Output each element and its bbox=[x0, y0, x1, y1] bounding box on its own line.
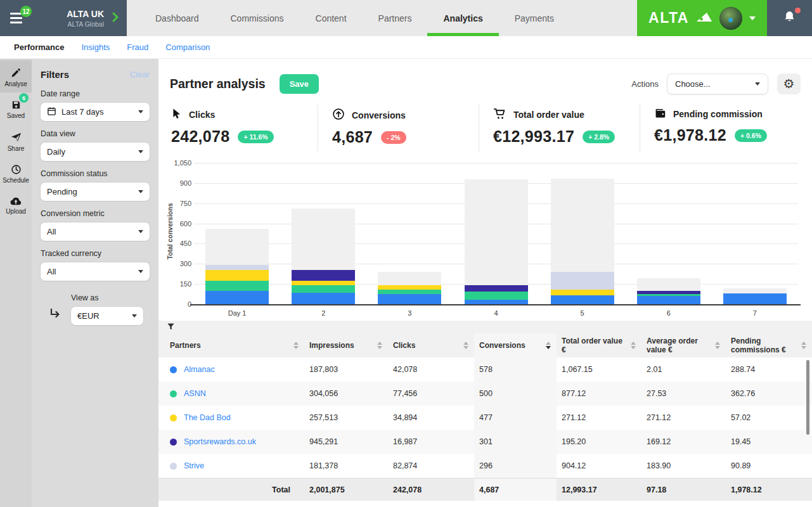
rail-item-saved[interactable]: Saved6 bbox=[0, 93, 32, 124]
total-cell-conversions: 4,687 bbox=[474, 478, 557, 501]
kpi-label: Conversions bbox=[332, 108, 479, 122]
org-switcher[interactable]: 12 ALTA UK ALTA Global bbox=[0, 0, 127, 36]
partner-link[interactable]: Strive bbox=[184, 461, 204, 470]
cell-impressions: 945,291 bbox=[304, 437, 388, 446]
bar-segment-almanac bbox=[205, 291, 269, 304]
bar-total-remainder bbox=[723, 288, 787, 293]
nav-item-commissions[interactable]: Commissions bbox=[215, 0, 300, 36]
funnel-icon[interactable] bbox=[167, 321, 174, 333]
sort-control[interactable] bbox=[293, 342, 299, 349]
avatar[interactable] bbox=[719, 7, 742, 30]
sort-control[interactable] bbox=[463, 342, 468, 349]
sort-desc-icon bbox=[715, 346, 720, 349]
tab-insights[interactable]: Insights bbox=[81, 42, 110, 52]
nav-item-partners[interactable]: Partners bbox=[363, 0, 428, 36]
actions-select[interactable]: Choose... bbox=[667, 74, 768, 94]
date-range-select[interactable]: Last 7 days bbox=[41, 103, 150, 121]
sort-desc-icon bbox=[801, 346, 806, 349]
column-header-label: Total order value € bbox=[562, 337, 626, 355]
tracked-currency-value: All bbox=[47, 267, 56, 276]
sort-desc-icon bbox=[631, 346, 636, 349]
caret-down-icon[interactable] bbox=[749, 16, 756, 20]
main-nav: DashboardCommissionsContentPartnersAnaly… bbox=[127, 0, 637, 36]
view-as-label: View as bbox=[71, 293, 150, 302]
bar-segment-the-dad-bod bbox=[378, 285, 441, 289]
tracked-currency-select[interactable]: All bbox=[41, 262, 150, 281]
column-header-impressions[interactable]: Impressions bbox=[304, 333, 388, 357]
sort-asc-icon bbox=[463, 342, 468, 345]
tab-comparison[interactable]: Comparison bbox=[165, 42, 210, 52]
sort-control[interactable] bbox=[546, 342, 551, 349]
chevron-right-icon[interactable] bbox=[112, 12, 119, 25]
bar-segment-strive bbox=[551, 272, 614, 289]
column-header-clicks[interactable]: Clicks bbox=[388, 333, 474, 357]
sort-control[interactable] bbox=[715, 342, 720, 349]
table-header-row: PartnersImpressionsClicksConversionsTota… bbox=[158, 333, 812, 357]
partner-link[interactable]: ASNN bbox=[184, 389, 206, 398]
data-view-select[interactable]: Daily bbox=[41, 143, 150, 161]
column-header-label: Partners bbox=[170, 341, 201, 350]
cell-total_order_value: 271.12 bbox=[557, 413, 641, 422]
column-header-total_order_value[interactable]: Total order value € bbox=[557, 333, 641, 357]
kpi-label-text: Pending commission bbox=[673, 109, 763, 119]
cloud-upload-icon bbox=[10, 196, 22, 206]
nav-item-analytics[interactable]: Analytics bbox=[427, 0, 498, 36]
rail-item-analyse[interactable]: Analyse bbox=[0, 60, 32, 93]
sort-control[interactable] bbox=[801, 342, 806, 349]
partner-link[interactable]: Sportsrewards.co.uk bbox=[184, 437, 256, 446]
tab-fraud[interactable]: Fraud bbox=[127, 42, 148, 52]
cell-impressions: 257,513 bbox=[304, 413, 388, 422]
bar-total-remainder bbox=[465, 179, 528, 285]
settings-button[interactable]: ⚙ bbox=[777, 74, 801, 94]
notifications-bell-icon[interactable] bbox=[782, 10, 797, 27]
partner-color-dot bbox=[170, 463, 177, 470]
partner-link[interactable]: Almanac bbox=[184, 365, 215, 374]
column-header-avg_order_value[interactable]: Average order value € bbox=[641, 333, 726, 357]
rail-item-share[interactable]: Share bbox=[0, 124, 32, 157]
table-row: Almanac187,80342,0785781,067.152.01288.7… bbox=[158, 357, 812, 382]
nav-item-content[interactable]: Content bbox=[300, 0, 363, 36]
nav-item-payments[interactable]: Payments bbox=[499, 0, 570, 36]
rail-item-schedule[interactable]: Schedule bbox=[0, 157, 32, 189]
cell-avg_order_value: 169.12 bbox=[641, 437, 726, 446]
bar-segment-asnn bbox=[292, 285, 355, 293]
sort-control[interactable] bbox=[377, 342, 382, 349]
rail-item-upload[interactable]: Upload bbox=[0, 189, 32, 220]
partner-color-dot bbox=[170, 414, 177, 421]
cell-impressions: 181,378 bbox=[304, 461, 388, 470]
analytics-tabbar: PerformanceInsightsFraudComparison bbox=[0, 36, 812, 59]
caret-down-icon bbox=[138, 190, 143, 193]
nav-item-dashboard[interactable]: Dashboard bbox=[139, 0, 215, 36]
partner-link[interactable]: The Dad Bod bbox=[184, 413, 231, 422]
table-row: The Dad Bod257,51334,894477271.12271.125… bbox=[158, 406, 812, 430]
column-header-partners[interactable]: Partners bbox=[158, 333, 304, 357]
rail-item-label: Share bbox=[8, 145, 25, 152]
sort-control[interactable] bbox=[631, 342, 636, 349]
save-button[interactable]: Save bbox=[280, 74, 319, 94]
column-header-conversions[interactable]: Conversions bbox=[474, 333, 557, 357]
saved-count-badge: 6 bbox=[19, 93, 29, 103]
conversion-metric-field: Conversion metricAll bbox=[41, 209, 150, 241]
cell-total_order_value: 1,067.15 bbox=[557, 365, 641, 374]
table-row: ASNN304,05677,456500877.1227.53362.76 bbox=[158, 382, 812, 406]
view-as-select[interactable]: €EUR bbox=[71, 307, 143, 325]
kpi-label-text: Conversions bbox=[352, 110, 406, 120]
cell-total_order_value: 904.12 bbox=[557, 461, 641, 470]
x-tick-label: 4 bbox=[453, 309, 539, 317]
kpi-delta-badge: + 2.8% bbox=[583, 131, 615, 143]
triangle-logo-icon bbox=[696, 11, 712, 25]
account-menu[interactable]: ALTA bbox=[637, 0, 767, 36]
conversion-metric-select[interactable]: All bbox=[41, 222, 150, 241]
column-header-pending_commissions[interactable]: Pending commissions € bbox=[726, 333, 812, 357]
clear-filters-link[interactable]: Clear bbox=[130, 70, 150, 79]
sort-asc-icon bbox=[631, 342, 636, 345]
column-header-label: Average order value € bbox=[647, 337, 711, 355]
table-scrollbar[interactable] bbox=[806, 360, 809, 435]
commission-status-select[interactable]: Pending bbox=[41, 183, 150, 201]
cell-pending_commissions: 19.45 bbox=[726, 437, 812, 446]
tab-performance[interactable]: Performance bbox=[14, 42, 64, 52]
page-title: Partner analysis bbox=[170, 77, 266, 91]
save-icon bbox=[11, 99, 22, 110]
bar-segment-sportsrewards-co-uk bbox=[292, 270, 355, 281]
arrow-up-circle-icon bbox=[332, 108, 345, 122]
